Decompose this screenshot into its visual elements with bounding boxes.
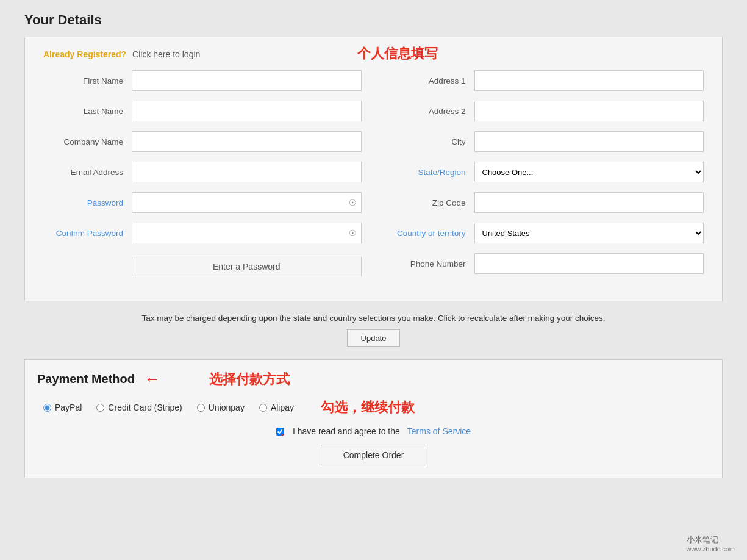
unionpay-label: Unionpay — [209, 403, 245, 412]
state-label: State/Region — [386, 168, 474, 177]
address1-label: Address 1 — [386, 76, 474, 85]
form-right-col: Address 1 Address 2 City State/Region Ch… — [386, 70, 704, 286]
company-name-label: Company Name — [43, 137, 132, 146]
your-details-section: Already Registered? Click here to login … — [24, 37, 723, 301]
creditcard-radio[interactable] — [96, 404, 104, 412]
country-row: Country or territory United States Canad… — [386, 223, 704, 243]
last-name-row: Last Name — [43, 101, 362, 121]
city-input[interactable] — [474, 131, 704, 152]
update-button[interactable]: Update — [347, 329, 401, 347]
form-left-col: First Name Last Name Company Name Email … — [43, 70, 362, 286]
terms-row: ↓ I have read and agree to the Terms of … — [37, 426, 710, 436]
page-title: Your Details — [24, 12, 723, 28]
already-registered-row: Already Registered? Click here to login — [43, 49, 704, 59]
paypal-option[interactable]: PayPal — [43, 403, 82, 412]
confirm-password-label: Confirm Password — [43, 229, 132, 238]
payment-options-row: PayPal Credit Card (Stripe) Unionpay Ali… — [37, 398, 710, 417]
last-name-label: Last Name — [43, 107, 132, 116]
login-link[interactable]: Click here to login — [132, 49, 200, 59]
chinese-annotation-2: 选择付款方式 — [209, 370, 290, 389]
email-input[interactable] — [132, 162, 362, 182]
alipay-option[interactable]: Alipay — [259, 403, 294, 412]
password-input[interactable] — [132, 192, 362, 213]
unionpay-option[interactable]: Unionpay — [197, 403, 245, 412]
payment-title: Payment Method — [37, 372, 135, 386]
state-row: State/Region Choose One... — [386, 162, 704, 182]
complete-order-button[interactable]: Complete Order — [321, 445, 427, 465]
zip-row: Zip Code — [386, 192, 704, 213]
address2-label: Address 2 — [386, 107, 474, 116]
terms-link[interactable]: Terms of Service — [407, 426, 471, 436]
arrow-icon-left: ← — [145, 370, 160, 389]
city-row: City — [386, 131, 704, 152]
company-name-row: Company Name — [43, 131, 362, 152]
confirm-password-row: Confirm Password ☉ — [43, 223, 362, 243]
password-wrapper: ☉ — [132, 192, 362, 213]
tax-note: Tax may be charged depending upon the st… — [24, 312, 723, 325]
state-select[interactable]: Choose One... — [474, 162, 704, 182]
zip-input[interactable] — [474, 192, 704, 213]
confirm-password-wrapper: ☉ — [132, 223, 362, 243]
already-registered-bold: Already Registered? — [43, 49, 126, 59]
payment-header-row: Payment Method ← 选择付款方式 — [37, 370, 710, 389]
password-eye-icon[interactable]: ☉ — [349, 198, 357, 207]
chinese-annotation-3: 勾选，继续付款 — [321, 398, 415, 417]
zip-label: Zip Code — [386, 198, 474, 207]
password-row: Password ☉ — [43, 192, 362, 213]
paypal-radio[interactable] — [43, 404, 51, 412]
email-row: Email Address — [43, 162, 362, 182]
address2-input[interactable] — [474, 101, 704, 121]
creditcard-label: Credit Card (Stripe) — [108, 403, 182, 412]
email-label: Email Address — [43, 168, 132, 177]
paypal-label: PayPal — [55, 403, 82, 412]
confirm-password-input[interactable] — [132, 223, 362, 243]
phone-label: Phone Number — [386, 259, 474, 268]
alipay-label: Alipay — [271, 403, 294, 412]
terms-text: I have read and agree to the — [293, 426, 400, 436]
first-name-input[interactable] — [132, 70, 362, 91]
phone-row: Phone Number — [386, 253, 704, 274]
phone-input[interactable] — [474, 253, 704, 274]
alipay-radio[interactable] — [259, 404, 267, 412]
city-label: City — [386, 137, 474, 146]
first-name-row: First Name — [43, 70, 362, 91]
last-name-input[interactable] — [132, 101, 362, 121]
country-select[interactable]: United States Canada United Kingdom — [474, 223, 704, 243]
enter-password-row: Enter a Password — [43, 253, 362, 276]
first-name-label: First Name — [43, 76, 132, 85]
country-label: Country or territory — [386, 229, 474, 238]
address1-row: Address 1 — [386, 70, 704, 91]
password-label: Password — [43, 198, 132, 207]
address1-input[interactable] — [474, 70, 704, 91]
company-name-input[interactable] — [132, 131, 362, 152]
enter-password-button[interactable]: Enter a Password — [132, 257, 362, 276]
creditcard-option[interactable]: Credit Card (Stripe) — [96, 403, 182, 412]
confirm-password-eye-icon[interactable]: ☉ — [349, 228, 357, 238]
address2-row: Address 2 — [386, 101, 704, 121]
unionpay-radio[interactable] — [197, 404, 205, 412]
arrow-icon-terms: ↓ — [279, 423, 286, 439]
form-grid: First Name Last Name Company Name Email … — [43, 70, 704, 286]
payment-section: Payment Method ← 选择付款方式 PayPal Credit Ca… — [24, 359, 723, 478]
